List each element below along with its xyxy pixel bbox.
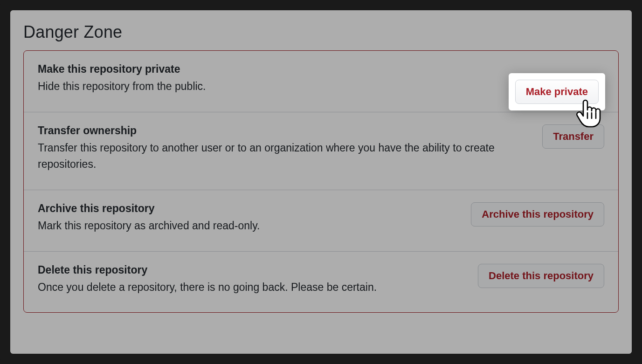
window-frame: Danger Zone Make this repository private… xyxy=(0,0,642,364)
archive-button[interactable]: Archive this repository xyxy=(471,202,604,227)
danger-zone-title: Danger Zone xyxy=(23,22,619,42)
danger-row-description: Hide this repository from the public. xyxy=(38,78,510,95)
danger-row-title: Archive this repository xyxy=(38,202,460,215)
danger-row-transfer: Transfer ownership Transfer this reposit… xyxy=(24,112,618,190)
danger-row-title: Make this repository private xyxy=(38,63,510,76)
highlight-callout: Make private xyxy=(509,73,605,110)
danger-row-description: Transfer this repository to another user… xyxy=(38,140,531,173)
danger-row-text: Delete this repository Once you delete a… xyxy=(38,264,467,296)
delete-button[interactable]: Delete this repository xyxy=(478,264,604,288)
danger-row-archive: Archive this repository Mark this reposi… xyxy=(24,190,618,252)
danger-row-description: Mark this repository as archived and rea… xyxy=(38,218,460,234)
danger-row-text: Transfer ownership Transfer this reposit… xyxy=(38,124,531,173)
danger-row-delete: Delete this repository Once you delete a… xyxy=(24,252,618,313)
danger-row-title: Transfer ownership xyxy=(38,124,531,137)
danger-row-title: Delete this repository xyxy=(38,264,467,276)
make-private-button[interactable]: Make private xyxy=(515,80,599,104)
danger-row-text: Make this repository private Hide this r… xyxy=(38,63,510,95)
danger-row-text: Archive this repository Mark this reposi… xyxy=(38,202,460,234)
danger-row-description: Once you delete a repository, there is n… xyxy=(38,279,467,296)
danger-zone-panel: Danger Zone Make this repository private… xyxy=(10,10,632,354)
transfer-button[interactable]: Transfer xyxy=(542,124,604,149)
